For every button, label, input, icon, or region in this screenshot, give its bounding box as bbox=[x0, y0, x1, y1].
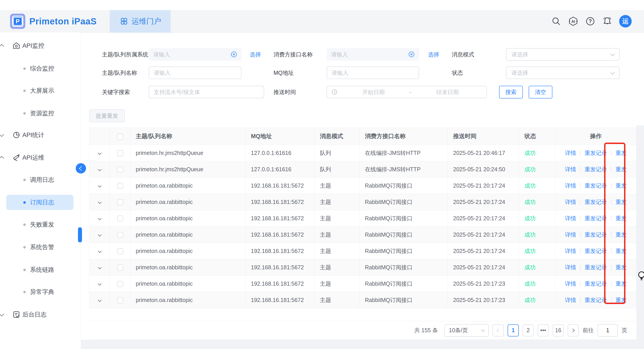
help-icon[interactable]: ? bbox=[585, 16, 596, 26]
row-expand-chevron-icon[interactable] bbox=[98, 249, 102, 253]
system-input[interactable]: 请输入 bbox=[149, 48, 242, 61]
row-checkbox[interactable] bbox=[117, 232, 123, 238]
prev-page-button[interactable] bbox=[492, 324, 504, 337]
row-checkbox[interactable] bbox=[117, 281, 123, 287]
tab-ops-portal[interactable]: 运维门户 bbox=[110, 10, 171, 32]
sidebar-subitem-系统链路[interactable]: 系统链路 bbox=[6, 262, 74, 277]
cell-consumer: RabbitMQ订阅接口 bbox=[360, 259, 448, 276]
sidebar-subitem-异常字典[interactable]: 异常字典 bbox=[6, 284, 74, 300]
resend-link[interactable]: 重发 bbox=[612, 231, 631, 238]
next-page-button[interactable] bbox=[568, 324, 579, 337]
detail-link[interactable]: 详情 bbox=[561, 198, 580, 206]
col-header-mq-addr: MQ地址 bbox=[246, 128, 314, 145]
detail-link[interactable]: 详情 bbox=[561, 149, 580, 157]
search-icon[interactable] bbox=[551, 16, 561, 26]
resend-link[interactable]: 重发 bbox=[612, 280, 631, 288]
sidebar-subitem-综合监控[interactable]: 综合监控 bbox=[6, 61, 74, 76]
clear-circle-icon[interactable] bbox=[231, 51, 237, 57]
detail-link[interactable]: 详情 bbox=[561, 280, 580, 288]
select-all-checkbox[interactable] bbox=[117, 134, 123, 140]
resend-record-link[interactable]: 重发记录 bbox=[580, 149, 611, 157]
sidebar-subitem-资源监控[interactable]: 资源监控 bbox=[6, 106, 74, 121]
row-checkbox[interactable] bbox=[117, 199, 123, 205]
detail-link[interactable]: 详情 bbox=[561, 247, 580, 255]
sidebar-item-API监控[interactable]: API监控 bbox=[0, 38, 81, 53]
keyword-input[interactable]: 支持流水号/报文体 bbox=[149, 86, 264, 98]
detail-link[interactable]: 详情 bbox=[561, 182, 580, 189]
sidebar-item-后台日志[interactable]: 后台日志 bbox=[0, 307, 81, 322]
row-expand-chevron-icon[interactable] bbox=[98, 184, 102, 187]
system-select-link[interactable]: 选择 bbox=[250, 48, 261, 61]
resend-record-link[interactable]: 重发记录 bbox=[580, 182, 611, 189]
row-expand-chevron-icon[interactable] bbox=[98, 298, 102, 302]
row-expand-chevron-icon[interactable] bbox=[98, 151, 102, 155]
resend-link[interactable]: 重发 bbox=[612, 166, 631, 173]
status-select[interactable]: 请选择 bbox=[506, 66, 620, 79]
table-row: primeton.oa.rabbittopic192.168.16.181:56… bbox=[90, 276, 636, 292]
consumer-input[interactable]: 请输入 bbox=[326, 48, 419, 61]
page-button-1[interactable]: 1 bbox=[508, 324, 519, 337]
search-button[interactable]: 搜索 bbox=[499, 86, 523, 98]
resend-link[interactable]: 重发 bbox=[612, 149, 631, 157]
page-button-2[interactable]: 2 bbox=[522, 324, 534, 337]
row-expand-chevron-icon[interactable] bbox=[98, 265, 102, 269]
sidebar-item-API运维[interactable]: API运维 bbox=[0, 150, 81, 165]
resend-record-link[interactable]: 重发记录 bbox=[580, 231, 611, 238]
resend-record-link[interactable]: 重发记录 bbox=[580, 198, 611, 206]
cell-mode: 主题 bbox=[314, 194, 360, 210]
row-checkbox[interactable] bbox=[117, 183, 123, 189]
clear-circle-icon[interactable] bbox=[408, 51, 414, 57]
queue-name-input[interactable]: 请输入 bbox=[149, 66, 242, 79]
sidebar-subitem-失败重发[interactable]: 失败重发 bbox=[6, 217, 74, 232]
user-avatar[interactable]: 运 bbox=[619, 15, 632, 27]
resend-link[interactable]: 重发 bbox=[612, 182, 631, 189]
row-checkbox[interactable] bbox=[117, 265, 123, 271]
mode-select[interactable]: 请选择 bbox=[506, 48, 620, 61]
row-checkbox[interactable] bbox=[117, 167, 123, 173]
goto-page-input[interactable]: 1 bbox=[598, 324, 618, 337]
detail-link[interactable]: 详情 bbox=[561, 166, 580, 173]
row-checkbox[interactable] bbox=[117, 216, 123, 222]
resend-record-link[interactable]: 重发记录 bbox=[580, 296, 611, 304]
sidebar-item-API统计[interactable]: API统计 bbox=[0, 128, 81, 142]
resend-link[interactable]: 重发 bbox=[612, 198, 631, 206]
detail-link[interactable]: 详情 bbox=[561, 231, 580, 238]
row-expand-chevron-icon[interactable] bbox=[98, 233, 102, 236]
row-checkbox[interactable] bbox=[117, 248, 123, 254]
row-expand-chevron-icon[interactable] bbox=[98, 282, 102, 286]
row-expand-chevron-icon[interactable] bbox=[98, 167, 102, 171]
row-expand-chevron-icon[interactable] bbox=[98, 200, 102, 204]
mq-addr-input[interactable]: 请输入 bbox=[326, 66, 419, 79]
sidebar-subitem-订阅日志[interactable]: 订阅日志 bbox=[6, 195, 74, 210]
page-size-select[interactable]: 10条/页 bbox=[444, 324, 489, 337]
hint-lightbulb-icon[interactable] bbox=[637, 271, 644, 283]
resend-record-link[interactable]: 重发记录 bbox=[580, 280, 611, 288]
detail-link[interactable]: 详情 bbox=[561, 296, 580, 304]
detail-link[interactable]: 详情 bbox=[561, 264, 580, 271]
resend-record-link[interactable]: 重发记录 bbox=[580, 166, 611, 173]
resend-link[interactable]: 重发 bbox=[612, 247, 631, 255]
sidebar-subitem-大屏展示[interactable]: 大屏展示 bbox=[6, 83, 74, 98]
resend-record-link[interactable]: 重发记录 bbox=[580, 215, 611, 222]
clear-button[interactable]: 清空 bbox=[529, 86, 552, 98]
resend-link[interactable]: 重发 bbox=[612, 296, 631, 304]
bell-icon[interactable] bbox=[602, 16, 612, 26]
resend-link[interactable]: 重发 bbox=[612, 215, 631, 222]
page-ellipsis-button[interactable]: ••• bbox=[538, 324, 549, 337]
row-checkbox[interactable] bbox=[117, 150, 123, 156]
push-time-range-picker[interactable]: 开始日期 - 结束日期 bbox=[326, 86, 487, 98]
filter-label-push-time: 推送时间 bbox=[274, 86, 296, 98]
row-expand-chevron-icon[interactable] bbox=[98, 216, 102, 220]
resend-link[interactable]: 重发 bbox=[612, 264, 631, 271]
sidebar-collapse-button[interactable] bbox=[76, 163, 86, 173]
sidebar-subitem-调用日志[interactable]: 调用日志 bbox=[6, 172, 74, 187]
ai-assistant-icon[interactable]: AI bbox=[568, 16, 578, 26]
row-checkbox[interactable] bbox=[117, 297, 123, 303]
consumer-select-link[interactable]: 选择 bbox=[428, 48, 439, 61]
resend-record-link[interactable]: 重发记录 bbox=[580, 264, 611, 271]
batch-resend-button[interactable]: 批量重发 bbox=[89, 109, 125, 122]
sidebar-subitem-系统告警[interactable]: 系统告警 bbox=[6, 240, 74, 255]
detail-link[interactable]: 详情 bbox=[561, 215, 580, 222]
page-button-16[interactable]: 16 bbox=[552, 324, 564, 337]
resend-record-link[interactable]: 重发记录 bbox=[580, 247, 611, 255]
